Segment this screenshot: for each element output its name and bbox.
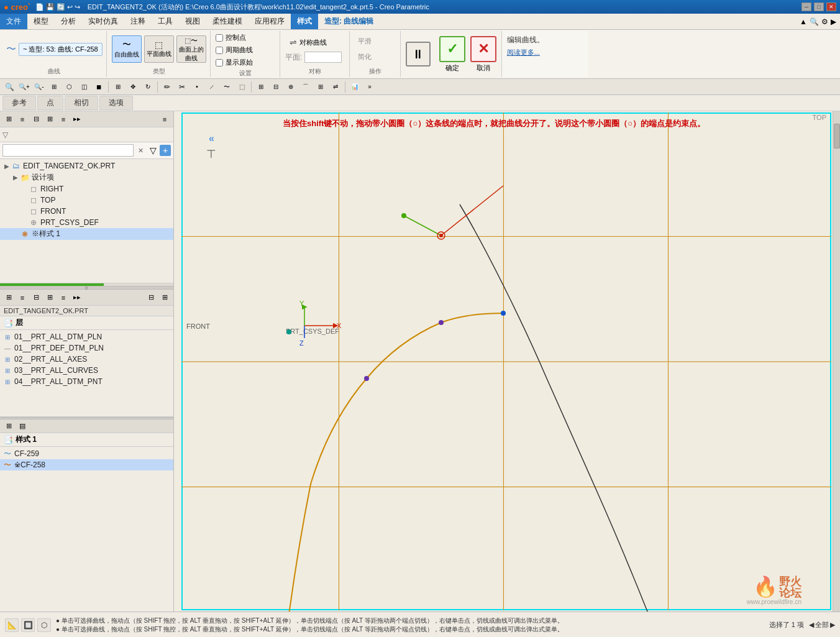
status-icon-2[interactable]: 🔲 [21, 618, 35, 632]
pause-button[interactable]: ⏸ [406, 42, 431, 66]
tree-item-csys[interactable]: ⊕ PRT_CSYS_DEF [0, 217, 173, 228]
zoom-rect-btn[interactable]: ⊞ [47, 80, 61, 94]
lower-collapse-btn[interactable]: ⊟ [30, 291, 42, 304]
smooth-btn[interactable]: 平滑 [355, 35, 375, 48]
help-link[interactable]: 阅读更多... [507, 48, 583, 57]
lower-more-btn[interactable]: ▸▸ [71, 291, 83, 304]
scrollbar-thumb[interactable] [834, 124, 840, 149]
mirror-btn[interactable]: ⇌ [329, 80, 342, 94]
style-curve-cf259[interactable]: 〜 CF-259 [0, 448, 173, 459]
sym-curve-btn[interactable]: ⇌ 对称曲线 [285, 35, 331, 49]
style-tree-btn2[interactable]: ▤ [16, 420, 29, 433]
curve-tool-btn[interactable]: 〜 [220, 80, 234, 94]
model-tree-show-btn[interactable]: ⊞ [2, 113, 15, 126]
menu-flexible[interactable]: 柔性建模 [206, 14, 249, 29]
menu-file[interactable]: 文件 [0, 14, 27, 29]
view-shade-btn[interactable]: ◼ [92, 80, 106, 94]
type-btn-surface-curve[interactable]: ⬚〜 曲面上的曲线 [176, 35, 206, 63]
menu-modeling[interactable]: 造型: 曲线编辑 [318, 14, 380, 29]
fillet-btn[interactable]: ⌒ [299, 80, 313, 94]
nav-more-icon[interactable]: ▶ [831, 17, 836, 26]
subtab-points[interactable]: 点 [37, 96, 63, 110]
vertical-scrollbar[interactable] [833, 111, 840, 612]
style-tree-btn1[interactable]: ⊞ [2, 420, 15, 433]
layer-02-all-axes[interactable]: ⊞ 02__PRT_ALL_AXES [0, 354, 173, 365]
tree-item-style1[interactable]: ❋ ※样式 1 [0, 228, 173, 240]
subtab-reference[interactable]: 参考 [2, 96, 36, 110]
checkbox-show-original[interactable]: 显示原始 [216, 57, 253, 68]
model-tree-list-btn[interactable]: ≡ [16, 113, 29, 126]
offset-btn[interactable]: ⊞ [314, 80, 327, 94]
model-tree-extra-btn[interactable]: ≡ [158, 113, 171, 126]
zoom-out-btn[interactable]: 🔍- [32, 80, 46, 94]
pencil-btn[interactable]: ✏ [160, 80, 174, 94]
tree-item-top[interactable]: ◻ TOP [0, 195, 173, 206]
scissors-btn[interactable]: ✂ [175, 80, 189, 94]
menu-annotation[interactable]: 注释 [124, 14, 152, 29]
menu-analysis[interactable]: 分析 [55, 14, 82, 29]
tree-item-front[interactable]: ◻ FRONT [0, 206, 173, 217]
lower-filter-btn[interactable]: ⊞ [43, 291, 56, 304]
view-wire-btn[interactable]: ◫ [77, 80, 91, 94]
menu-apps[interactable]: 应用程序 [249, 14, 291, 29]
tree-expander-root[interactable]: ▶ [2, 162, 11, 170]
lower-extra2-btn[interactable]: ⊞ [158, 291, 171, 304]
view-orient-btn[interactable]: ⊞ [111, 80, 125, 94]
merge-btn[interactable]: ⊕ [284, 80, 298, 94]
nav-up-icon[interactable]: ▲ [800, 17, 807, 26]
symmetry-plane-input[interactable] [304, 52, 342, 63]
menu-view[interactable]: 视图 [179, 14, 206, 29]
search-clear-button[interactable]: ✕ [135, 145, 146, 156]
nav-settings-icon[interactable]: ⚙ [821, 17, 828, 26]
model-tree-more-btn[interactable]: ▸▸ [71, 113, 83, 126]
tree-item-root[interactable]: ▶ 🗂 EDIT_TANGENT2_OK.PRT [0, 160, 173, 172]
subtab-tangent[interactable]: 相切 [65, 96, 98, 110]
point-btn[interactable]: • [190, 80, 204, 94]
zoom-in-btn[interactable]: 🔍+ [17, 80, 31, 94]
view-pan-btn[interactable]: ✥ [126, 80, 140, 94]
status-nav-prev[interactable]: ◀ [809, 621, 814, 629]
view-3d-btn[interactable]: ⬡ [62, 80, 76, 94]
extend-btn[interactable]: ⊟ [269, 80, 283, 94]
search-input[interactable] [2, 144, 134, 157]
layer-01-all-dtm-pln[interactable]: ⊞ 01__PRT_ALL_DTM_PLN [0, 331, 173, 342]
menu-tools[interactable]: 工具 [152, 14, 179, 29]
lower-show-btn[interactable]: ⊞ [2, 291, 15, 304]
layer-01-def-dtm-pln[interactable]: — 01__PRT_DEF_DTM_PLN [0, 342, 173, 354]
search-add-button[interactable]: + [160, 145, 171, 156]
zoom-fit-btn[interactable]: 🔍 [2, 80, 16, 94]
type-btn-plane-curve[interactable]: ⬚ 平面曲线 [144, 35, 174, 63]
menu-style[interactable]: 样式 [291, 14, 318, 29]
tree-expander-design[interactable]: ▶ [11, 173, 20, 182]
nav-search-icon[interactable]: 🔍 [810, 17, 819, 26]
status-icon-1[interactable]: 📐 [5, 618, 19, 632]
style-curve-cf258[interactable]: 〜 ※CF-258 [0, 459, 173, 470]
search-filter-button[interactable]: ▽ [147, 145, 158, 156]
checkbox-periodic[interactable]: 周期曲线 [216, 45, 253, 55]
confirm-button[interactable]: ✓ [439, 36, 465, 62]
tree-item-design[interactable]: ▶ 📁 设计项 [0, 172, 173, 183]
view-rotate-btn[interactable]: ↻ [141, 80, 155, 94]
model-tree-settings-btn[interactable]: ≡ [57, 113, 70, 126]
lower-view-btn[interactable]: ≡ [57, 291, 70, 304]
status-icon-3[interactable]: ⬡ [37, 618, 51, 632]
close-button[interactable]: ✕ [826, 2, 836, 11]
model-tree-collapse-btn[interactable]: ⊟ [30, 113, 42, 126]
cancel-button[interactable]: ✕ [470, 36, 496, 62]
minimize-button[interactable]: ─ [801, 2, 811, 11]
tree-item-right[interactable]: ◻ RIGHT [0, 183, 173, 195]
more-btn[interactable]: » [363, 80, 377, 94]
simplify-btn[interactable]: 简化 [355, 50, 375, 63]
status-nav-next[interactable]: ▶ [830, 621, 835, 629]
lower-list-btn[interactable]: ≡ [16, 291, 29, 304]
trim-btn[interactable]: ⊞ [254, 80, 268, 94]
surface-btn[interactable]: ⬚ [235, 80, 249, 94]
model-tree-expand-btn[interactable]: ⊞ [43, 113, 56, 126]
menu-model[interactable]: 模型 [27, 14, 55, 29]
curve-selector[interactable]: ~ 造型: 53: 曲线: CF-258 [19, 43, 103, 56]
subtab-options[interactable]: 选项 [99, 96, 133, 110]
analysis-btn[interactable]: 📊 [348, 80, 362, 94]
maximize-button[interactable]: □ [814, 2, 824, 11]
layer-04-all-dtm-pnt[interactable]: ⊞ 04__PRT_ALL_DTM_PNT [0, 376, 173, 387]
checkbox-control-points[interactable]: 控制点 [216, 32, 246, 43]
